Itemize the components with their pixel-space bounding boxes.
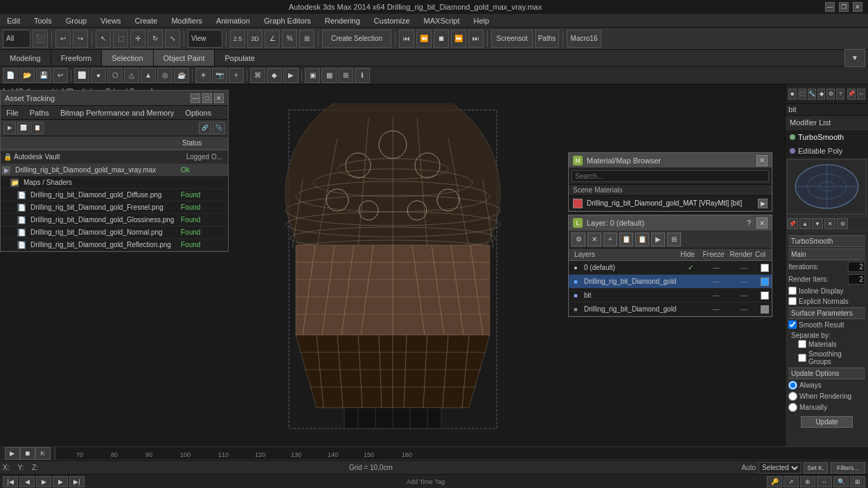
panel-icon5[interactable]: ⚙: [826, 89, 835, 100]
objectpaint-btn[interactable]: Object Paint: [154, 50, 215, 66]
nav-next-btn[interactable]: ▶|: [69, 476, 85, 487]
redo-button[interactable]: ↪: [73, 30, 88, 48]
iterations-input[interactable]: [848, 262, 865, 272]
manually-radio[interactable]: [788, 403, 797, 412]
mod-tool-delete[interactable]: ✕: [824, 218, 835, 229]
icon-torus[interactable]: ◎: [157, 68, 172, 83]
layer-question-btn[interactable]: ?: [747, 219, 751, 227]
layer-tool-1[interactable]: ⚙: [572, 233, 585, 246]
undo-button[interactable]: ↩: [55, 30, 71, 48]
viewport-nav2[interactable]: ⊕: [800, 476, 815, 487]
mod-tool-move-down[interactable]: ▼: [812, 218, 823, 229]
layer-tool-delete[interactable]: ✕: [587, 233, 601, 246]
menu-edit[interactable]: Edit: [0, 14, 27, 27]
prev-btn[interactable]: ⏪: [416, 30, 432, 48]
last-btn[interactable]: ⏭: [468, 30, 484, 48]
toolbar-btn1[interactable]: ⬛: [33, 30, 48, 48]
viewport-nav3[interactable]: ↔: [817, 476, 832, 487]
stop-btn[interactable]: ⏹: [434, 30, 449, 48]
diffuse-file-row[interactable]: 📄 Drilling_rig_bit_Diamond_gold_Diffuse.…: [1, 189, 228, 201]
filters-button[interactable]: Filters...: [831, 462, 865, 473]
key-btn[interactable]: K: [35, 447, 51, 460]
percent-snap-btn[interactable]: %: [282, 30, 297, 48]
layer-row-bit[interactable]: ■ bit — —: [569, 289, 772, 302]
layer-tool-add[interactable]: +: [603, 233, 617, 246]
layer-drilling-freeze[interactable]: —: [702, 278, 730, 285]
layer-row-default[interactable]: ● 0 (default) ✓ — —: [569, 261, 772, 275]
nav-prev-btn[interactable]: |◀: [3, 476, 18, 487]
layer-dropdown[interactable]: All: [3, 30, 30, 48]
icon-sphere[interactable]: ●: [91, 68, 106, 83]
paths-btn[interactable]: Paths: [535, 30, 559, 48]
layer-tool-5[interactable]: 📋: [619, 233, 633, 246]
nav-step-fwd-btn[interactable]: ▶: [53, 476, 68, 487]
asset-tb-3[interactable]: 📋: [31, 122, 44, 134]
menu-maxscript[interactable]: MAXScript: [417, 14, 467, 27]
menu-animation[interactable]: Animation: [209, 14, 257, 27]
icon-render2[interactable]: ▦: [321, 68, 337, 83]
icon-cylinder[interactable]: ⬡: [107, 68, 123, 83]
layer-drilling2-color[interactable]: [758, 305, 772, 314]
icon-undo[interactable]: ↩: [53, 68, 68, 83]
layer-row-drilling[interactable]: ■ Drilling_rig_bit_Diamond_gold — —: [569, 275, 772, 289]
viewport-nav5[interactable]: ⊞: [850, 476, 865, 487]
menu-help[interactable]: Help: [467, 14, 497, 27]
smooth-result-checkbox[interactable]: [788, 320, 797, 329]
play-btn[interactable]: ⏮: [399, 30, 414, 48]
icon-light[interactable]: ☀: [195, 68, 211, 83]
icon-camera[interactable]: 📷: [212, 68, 227, 83]
explicit-normals-checkbox[interactable]: [788, 297, 797, 305]
layer-row-drilling2[interactable]: ■ Drilling_rig_bit_Diamond_gold — —: [569, 302, 772, 316]
asset-tb-1[interactable]: ▶: [3, 122, 16, 134]
layer-drilling-color[interactable]: [758, 278, 772, 286]
key-filter-btn[interactable]: 🔑: [767, 476, 782, 487]
restore-button[interactable]: ❐: [839, 2, 849, 12]
asset-tb-2[interactable]: ⬜: [17, 122, 30, 134]
material-expand-btn[interactable]: ▶: [758, 199, 768, 208]
freeform-btn[interactable]: Freeform: [51, 50, 103, 66]
icon-render1[interactable]: ▣: [305, 68, 320, 83]
selection-btn[interactable]: Selection: [102, 50, 153, 66]
icon-save[interactable]: 💾: [36, 68, 51, 83]
close-button[interactable]: ✕: [853, 2, 862, 12]
create-sel-btn[interactable]: Create Selection: [322, 30, 391, 48]
editablepoly-modifier[interactable]: Editable Poly: [786, 144, 868, 158]
panel-expand[interactable]: ↔: [857, 89, 865, 100]
layer-bit-render[interactable]: —: [730, 291, 758, 299]
icon-anim[interactable]: ▶: [283, 68, 299, 83]
menu-group[interactable]: Group: [59, 14, 94, 27]
smoothing-groups-checkbox[interactable]: [798, 354, 806, 362]
render-iters-input[interactable]: [848, 274, 865, 284]
minimize-button[interactable]: —: [825, 2, 835, 12]
reflection-file-row[interactable]: 📄 Drilling_rig_bit_Diamond_gold_Reflecti…: [1, 239, 228, 251]
icon-cone[interactable]: △: [124, 68, 139, 83]
when-rendering-radio[interactable]: [788, 392, 797, 401]
icon-box[interactable]: ⬜: [74, 68, 89, 83]
material-browser-close-btn[interactable]: ✕: [756, 155, 768, 166]
layer-tool-6[interactable]: 📋: [635, 233, 649, 246]
menu-create[interactable]: Create: [127, 14, 164, 27]
menu-tools[interactable]: Tools: [27, 14, 59, 27]
glossiness-file-row[interactable]: 📄 Drilling_rig_bit_Diamond_gold_Glossine…: [1, 214, 228, 226]
icon-pyramid[interactable]: ▲: [141, 68, 156, 83]
nav-play-btn[interactable]: ▶: [36, 476, 51, 487]
mode-extra-btn[interactable]: ▼: [844, 49, 865, 67]
mod-tool-pin[interactable]: 📌: [787, 218, 798, 229]
object-name-field[interactable]: bit: [786, 104, 868, 116]
layer-manager-close-btn[interactable]: ✕: [756, 217, 768, 228]
asset-minimize-btn[interactable]: —: [191, 93, 200, 103]
icon-modifier[interactable]: ⌘: [250, 68, 265, 83]
maps-folder-row[interactable]: 📁 Maps / Shaders: [1, 177, 228, 189]
view-dropdown[interactable]: View: [188, 30, 222, 48]
next-btn[interactable]: ⏩: [451, 30, 466, 48]
timeline-track[interactable]: 70 80 90 100 110 120 130 140 150 160: [55, 447, 868, 460]
layer-manager-titlebar[interactable]: L Layer: 0 (default) ? ✕: [569, 215, 772, 231]
mod-tool-move-up[interactable]: ▲: [799, 218, 811, 229]
icon-open[interactable]: 📂: [19, 68, 35, 83]
icon-teapot[interactable]: ☕: [174, 68, 189, 83]
panel-pin[interactable]: 📌: [847, 89, 856, 100]
selection-mode-dropdown[interactable]: Selected: [759, 462, 801, 473]
macro16-btn[interactable]: Macro16: [567, 30, 601, 48]
asset-window-titlebar[interactable]: Asset Tracking — □ ✕: [1, 91, 228, 106]
layer-drilling2-freeze[interactable]: —: [702, 305, 730, 313]
